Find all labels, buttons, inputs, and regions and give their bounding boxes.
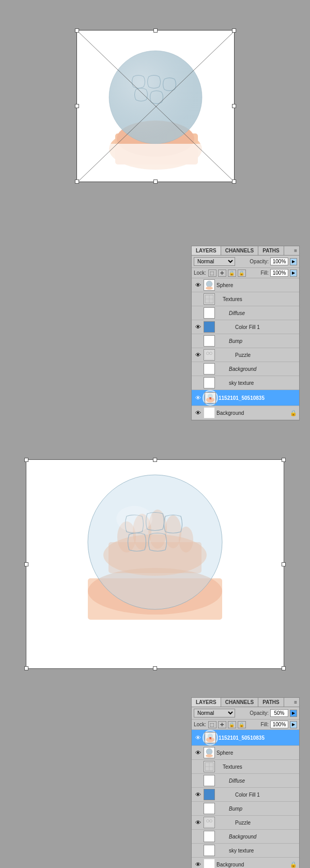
layer-item-textures-1[interactable]: Textures xyxy=(192,292,299,306)
svg-point-40 xyxy=(206,754,213,757)
tab-paths-1[interactable]: PATHS xyxy=(258,246,284,255)
tab-layers-1[interactable]: LAYERS xyxy=(192,246,221,255)
eye-bgitalic-2[interactable] xyxy=(194,832,202,841)
layer-name-bg-2: Background xyxy=(216,862,288,867)
svg-point-33 xyxy=(88,475,222,609)
fill-arrow-1[interactable]: ▶ xyxy=(290,270,297,277)
eye-bg-1[interactable]: 👁 xyxy=(194,409,202,417)
lock-icon-bg-2: 🔒 xyxy=(290,861,297,868)
eye-bump-1[interactable] xyxy=(194,337,202,345)
layer-item-bump-2[interactable]: Bump xyxy=(192,802,299,816)
layer-item-diffuse-2[interactable]: Diffuse xyxy=(192,774,299,788)
layer-item-puzzle-2[interactable]: 👁 Puzzle xyxy=(192,816,299,830)
eye-puzzle-2[interactable]: 👁 xyxy=(194,818,202,827)
eye-puzzle-1[interactable]: 👁 xyxy=(194,351,202,359)
layer-item-sky-2[interactable]: sky texture xyxy=(192,844,299,858)
thumb-diffuse-2 xyxy=(204,775,215,786)
tab-layers-2[interactable]: LAYERS xyxy=(192,698,221,707)
eye-bump-2[interactable] xyxy=(194,804,202,813)
white-canvas-1 xyxy=(76,30,235,182)
layer-item-bump-1[interactable]: Bump xyxy=(192,334,299,348)
layer-name-colorfill-2: Color Fill 1 xyxy=(216,792,297,798)
opacity-value-2[interactable]: 50% xyxy=(270,709,288,717)
layer-item-sky-1[interactable]: sky texture xyxy=(192,376,299,390)
lock-pixel-btn-1[interactable]: ⬚ xyxy=(208,270,216,277)
lock-extra-btn-1[interactable]: 🔒 xyxy=(238,270,246,277)
layer-item-colorfill-1[interactable]: 👁 Color Fill 1 xyxy=(192,320,299,334)
thumb-colorfill-1 xyxy=(204,321,215,333)
layer-name-diffuse-1: Diffuse xyxy=(216,310,297,316)
blend-mode-select-2[interactable]: Normal xyxy=(194,709,235,717)
eye-diffuse-2[interactable] xyxy=(194,776,202,785)
layer-item-bgitalic-2[interactable]: Background xyxy=(192,830,299,844)
eye-colorfill-2[interactable]: 👁 xyxy=(194,790,202,799)
eye-sphere-2[interactable]: 👁 xyxy=(194,749,202,757)
opacity-arrow-1[interactable]: ▶ xyxy=(290,258,297,265)
layer-item-bgitalic-1[interactable]: Background xyxy=(192,362,299,376)
eye-photo-1[interactable]: 👁 xyxy=(194,394,202,402)
eye-textures-1[interactable] xyxy=(194,295,202,303)
layer-item-sphere-1[interactable]: 👁 Sphere xyxy=(192,278,299,292)
layer-item-bg-2[interactable]: 👁 Background 🔒 xyxy=(192,858,299,868)
thumb-sky-1 xyxy=(204,377,215,388)
layer-name-photo-2: 1152101_50510835 xyxy=(219,735,297,741)
layer-item-bg-1[interactable]: 👁 Background 🔒 xyxy=(192,406,299,420)
layer-item-photo-2[interactable]: 👁 1152101_50510835 xyxy=(192,730,299,746)
lock-all-btn-2[interactable]: 🔒 xyxy=(228,721,236,728)
eye-sky-1[interactable] xyxy=(194,379,202,387)
blend-opacity-row-2: Normal Opacity: 50% ▶ xyxy=(192,707,299,720)
lock-icons-1: ⬚ ✛ 🔒 🔒 xyxy=(208,270,246,277)
lock-move-btn-1[interactable]: ✛ xyxy=(218,270,226,277)
layer-item-sphere-2[interactable]: 👁 Sphere xyxy=(192,746,299,760)
eye-sphere-1[interactable]: 👁 xyxy=(194,281,202,289)
fill-label-2: Fill: xyxy=(260,722,269,727)
opacity-value-1[interactable]: 100% xyxy=(270,258,288,265)
lock-extra-btn-2[interactable]: 🔒 xyxy=(238,721,246,728)
thumb-bump-1 xyxy=(204,335,215,347)
svg-point-34 xyxy=(116,506,152,532)
eye-bg-2[interactable]: 👁 xyxy=(194,860,202,868)
svg-rect-15 xyxy=(204,322,214,332)
thumb-colorfill-2 xyxy=(204,789,215,800)
lock-all-btn-1[interactable]: 🔒 xyxy=(228,270,236,277)
svg-point-10 xyxy=(206,281,212,287)
eye-diffuse-1[interactable] xyxy=(194,309,202,317)
canvas-section-2 xyxy=(0,436,310,695)
layer-item-textures-2[interactable]: Textures xyxy=(192,760,299,774)
panel-menu-1[interactable]: ≡ xyxy=(294,248,299,253)
layers-list-2: 👁 1152101_50510835 👁 xyxy=(192,730,299,868)
lock-icon-bg-1: 🔒 xyxy=(290,410,297,416)
thumb-sphere-1 xyxy=(204,279,215,291)
lock-pixel-btn-2[interactable]: ⬚ xyxy=(208,721,216,728)
thumb-bgitalic-2 xyxy=(204,831,215,842)
white-canvas-2 xyxy=(26,459,284,669)
thumb-photo-2 xyxy=(205,732,216,743)
panel-menu-2[interactable]: ≡ xyxy=(294,699,299,705)
tab-channels-1[interactable]: CHANNELS xyxy=(221,246,259,255)
eye-photo-2[interactable]: 👁 xyxy=(194,734,202,742)
layer-item-colorfill-2[interactable]: 👁 Color Fill 1 xyxy=(192,788,299,802)
canvas-outer-2 xyxy=(10,441,300,690)
fill-arrow-2[interactable]: ▶ xyxy=(290,721,297,728)
tab-paths-2[interactable]: PATHS xyxy=(258,698,284,707)
eye-bgitalic-1[interactable] xyxy=(194,365,202,373)
fill-container-1: Fill: 100% ▶ xyxy=(260,269,297,277)
tab-channels-2[interactable]: CHANNELS xyxy=(221,698,259,707)
layer-item-diffuse-1[interactable]: Diffuse xyxy=(192,306,299,320)
fill-value-2[interactable]: 100% xyxy=(270,721,288,728)
eye-sky-2[interactable] xyxy=(194,846,202,855)
layer-item-puzzle-1[interactable]: 👁 Puzzle xyxy=(192,348,299,362)
svg-rect-45 xyxy=(205,818,214,827)
eye-colorfill-1[interactable]: 👁 xyxy=(194,323,202,331)
svg-rect-44 xyxy=(204,789,214,800)
opacity-label-1: Opacity: xyxy=(250,259,269,264)
fill-label-1: Fill: xyxy=(260,270,269,276)
eye-textures-2[interactable] xyxy=(194,762,202,771)
fill-value-1[interactable]: 100% xyxy=(270,269,288,277)
layer-item-photo-1[interactable]: 👁 1152101_50510835 xyxy=(192,390,299,406)
opacity-arrow-2[interactable]: ▶ xyxy=(290,710,297,717)
layers-panel-1: LAYERS CHANNELS PATHS ≡ Normal Opacity: … xyxy=(191,246,300,421)
blend-mode-select-1[interactable]: Normal xyxy=(194,257,235,266)
layer-name-puzzle-2: Puzzle xyxy=(216,820,297,826)
lock-move-btn-2[interactable]: ✛ xyxy=(218,721,226,728)
